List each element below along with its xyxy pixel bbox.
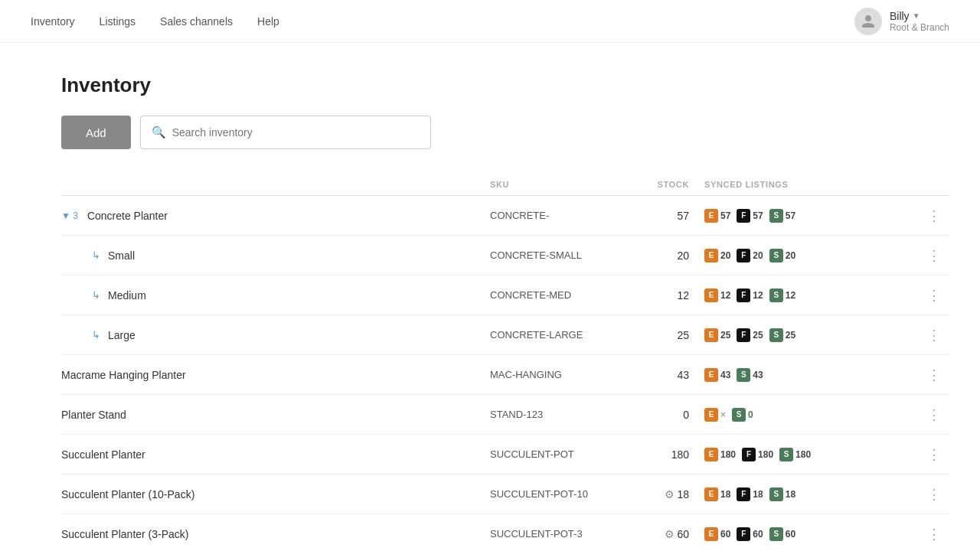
badge-faire: F60: [737, 527, 763, 541]
etsy-icon: E: [704, 209, 718, 223]
row-menu[interactable]: ⋮: [919, 526, 949, 543]
row-sku: STAND-123: [490, 409, 628, 420]
item-name: Large: [108, 329, 136, 341]
nav-help[interactable]: Help: [257, 15, 279, 28]
child-arrow-icon: ↳: [92, 249, 100, 261]
table-header: SKU STOCK SYNCED LISTINGS: [61, 174, 949, 196]
item-name: Planter Stand: [61, 409, 126, 421]
badge-etsy: E12: [704, 289, 730, 302]
row-sku: CONCRETE-SMALL: [490, 249, 628, 261]
row-menu[interactable]: ⋮: [919, 367, 949, 383]
badge-faire: F20: [737, 249, 763, 262]
item-name: Succulent Planter (10-Pack): [61, 488, 194, 500]
item-name: Succulent Planter: [61, 448, 145, 461]
col-header-stock: STOCK: [628, 180, 704, 189]
badge-shopify: S12: [769, 289, 795, 302]
badge-shopify: S43: [737, 368, 763, 382]
item-name: Small: [108, 249, 135, 262]
user-org: Root & Branch: [890, 22, 949, 33]
main-content: Inventory Add 🔍 SKU STOCK SYNCED LISTING…: [0, 43, 980, 551]
row-stock: 57: [628, 210, 704, 222]
item-name: Concrete Planter: [87, 210, 168, 222]
row-name: Succulent Planter: [61, 439, 490, 470]
badge-etsy: E25: [704, 328, 730, 342]
expand-toggle[interactable]: ▼ 3: [61, 210, 78, 221]
table-row: ↳ Large CONCRETE-LARGE 25 E25 F25 S25 ⋮: [61, 315, 949, 355]
inventory-table: SKU STOCK SYNCED LISTINGS ▼ 3 Concrete P…: [61, 174, 949, 551]
chevron-down-icon: ▼: [913, 11, 920, 20]
row-stock: 43: [628, 369, 704, 381]
row-menu[interactable]: ⋮: [919, 207, 949, 224]
add-button[interactable]: Add: [61, 116, 131, 149]
badge-faire: F57: [737, 209, 763, 223]
row-menu[interactable]: ⋮: [919, 446, 949, 463]
nav-sales-channels[interactable]: Sales channels: [160, 15, 233, 28]
table-row: ↳ Small CONCRETE-SMALL 20 E20 F20 S20 ⋮: [61, 236, 949, 276]
badge-faire: F18: [737, 487, 763, 501]
nav-links: Inventory Listings Sales channels Help: [31, 15, 854, 28]
row-stock: 25: [628, 329, 704, 341]
row-sku: CONCRETE-: [490, 210, 628, 221]
badge-etsy: E43: [704, 368, 730, 382]
row-name: Macrame Hanging Planter: [61, 360, 490, 390]
row-stock: 180: [628, 448, 704, 461]
navigation: Inventory Listings Sales channels Help B…: [0, 0, 980, 43]
search-icon: 🔍: [152, 126, 166, 139]
user-menu[interactable]: Billy ▼ Root & Branch: [854, 8, 949, 35]
badge-etsy: E57: [704, 209, 730, 223]
toolbar: Add 🔍: [61, 116, 949, 149]
item-name: Succulent Planter (3-Pack): [61, 528, 189, 540]
user-name: Billy ▼: [890, 10, 920, 22]
row-synced: E20 F20 S20: [704, 249, 919, 262]
row-menu[interactable]: ⋮: [919, 327, 949, 344]
col-header-synced: SYNCED LISTINGS: [704, 180, 919, 189]
item-name: Medium: [108, 289, 146, 302]
child-arrow-icon: ↳: [92, 289, 100, 301]
row-name: Planter Stand: [61, 399, 490, 430]
faire-icon: F: [737, 209, 750, 223]
table-row: ▼ 3 Concrete Planter CONCRETE- 57 E57 F5…: [61, 196, 949, 236]
avatar: [854, 8, 882, 35]
badge-shopify: S20: [769, 249, 795, 262]
row-sku: MAC-HANGING: [490, 369, 628, 380]
row-stock: 20: [628, 249, 704, 262]
badge-etsy: E180: [704, 448, 736, 461]
row-name: Succulent Planter (10-Pack): [61, 479, 490, 510]
table-row: Macrame Hanging Planter MAC-HANGING 43 E…: [61, 355, 949, 395]
badge-shopify: S18: [769, 487, 795, 501]
row-stock: ⚙ 60: [628, 528, 704, 540]
row-sku: SUCCULENT-POT-3: [490, 528, 628, 540]
table-row: Succulent Planter SUCCULENT-POT 180 E180…: [61, 435, 949, 474]
nav-inventory[interactable]: Inventory: [31, 15, 75, 28]
row-menu[interactable]: ⋮: [919, 247, 949, 264]
row-stock: 0: [628, 409, 704, 421]
row-menu[interactable]: ⋮: [919, 486, 949, 503]
row-name: Succulent Planter (3-Pack): [61, 519, 490, 549]
row-synced: E180 F180 S180: [704, 448, 919, 461]
row-synced: E43 S43: [704, 368, 919, 382]
row-stock: 12: [628, 289, 704, 302]
row-menu[interactable]: ⋮: [919, 406, 949, 423]
row-stock: ⚙ 18: [628, 488, 704, 500]
row-sku: CONCRETE-LARGE: [490, 329, 628, 341]
badge-etsy: E20: [704, 249, 730, 262]
shopify-icon: S: [769, 209, 783, 223]
nav-listings[interactable]: Listings: [100, 15, 136, 28]
item-name: Macrame Hanging Planter: [61, 369, 186, 381]
col-header-sku: SKU: [490, 180, 628, 189]
pack-icon: ⚙: [665, 528, 675, 540]
badge-etsy: E60: [704, 527, 730, 541]
row-synced: E × S0: [704, 408, 919, 422]
row-name: ▼ 3 Concrete Planter: [61, 201, 490, 231]
user-info: Billy ▼ Root & Branch: [890, 10, 949, 33]
row-menu[interactable]: ⋮: [919, 287, 949, 304]
badge-etsy: E18: [704, 487, 730, 501]
row-synced: E12 F12 S12: [704, 289, 919, 302]
badge-shopify: S0: [732, 408, 753, 422]
row-name: ↳ Large: [61, 320, 490, 350]
row-synced: E57 F57 S57: [704, 209, 919, 223]
search-input[interactable]: [172, 126, 420, 139]
badge-faire: F25: [737, 328, 763, 342]
table-row: Succulent Planter (10-Pack) SUCCULENT-PO…: [61, 474, 949, 514]
row-sku: SUCCULENT-POT: [490, 448, 628, 460]
